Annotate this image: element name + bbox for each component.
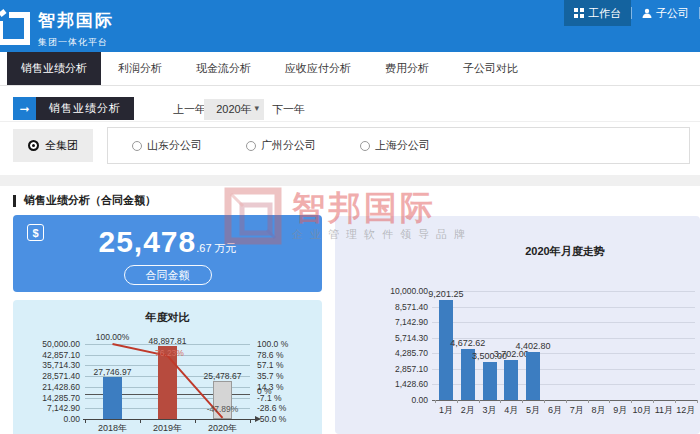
amount-main: 25,478 <box>98 225 196 258</box>
group-all-label: 全集团 <box>45 138 78 153</box>
grid-line <box>432 307 695 308</box>
y-axis-left-label: 21,428.60 <box>13 382 80 392</box>
section-title: 销售业绩分析（合同金额） <box>13 193 156 208</box>
caret-down-icon: ▾ <box>254 103 259 113</box>
axis-tick <box>140 419 141 423</box>
section-title-text: 销售业绩分析（合同金额） <box>24 193 156 208</box>
axis-tick <box>195 419 196 423</box>
brand-text-block: 智邦国际 集团一体化平台 <box>38 9 114 49</box>
monthly-trend-chart: 2020年月度走势0.001,428.602,857.104,285.705,7… <box>335 216 700 434</box>
filter-panel: ➞ 销售业绩分析 上一年 2020年 ▾ 下一年 全集团 山东分公司广州分公司上… <box>0 86 700 175</box>
brand-logo-icon <box>0 7 34 47</box>
y-axis-label: 1,428.60 <box>335 379 428 389</box>
annual-chart-title: 年度对比 <box>13 310 322 325</box>
branch-radio-group: 山东分公司广州分公司上海分公司 <box>107 127 690 164</box>
axis-tick <box>566 400 567 403</box>
radio-unchecked-icon <box>360 141 370 151</box>
y-axis-right-label: 100.0 % <box>257 339 288 349</box>
x-axis-category-label: 2019年 <box>143 422 193 434</box>
year-select[interactable]: 2020年 ▾ <box>204 99 264 120</box>
y-axis-right-label: 78.6 % <box>257 350 283 360</box>
branch-radio-label: 上海分公司 <box>375 138 430 153</box>
x-axis-month-label: 12月 <box>671 404 700 417</box>
radio-unchecked-icon <box>132 141 142 151</box>
annual-bar <box>103 377 122 419</box>
contract-amount-card: $ 25,478.67万元 合同金额 <box>13 215 322 292</box>
y-axis-label: 0.00 <box>335 395 428 405</box>
branch-radio-2[interactable]: 上海分公司 <box>360 138 430 153</box>
section-label: ➞ 销售业绩分析 <box>13 97 134 120</box>
nav-tab-2[interactable]: 现金流分析 <box>179 52 268 85</box>
nav-tab-0[interactable]: 销售业绩分析 <box>7 52 101 85</box>
next-year-button[interactable]: 下一年 <box>272 102 305 117</box>
axis-arrow-icon <box>255 416 261 422</box>
brand-subtitle: 集团一体化平台 <box>38 36 114 49</box>
axis-tick <box>435 400 436 403</box>
zero-percent-label: 0 % <box>257 386 272 396</box>
grid-line <box>432 322 695 323</box>
axis-tick <box>250 419 251 423</box>
axis-tick <box>588 400 589 403</box>
contract-amount-value: 25,478.67万元 <box>13 225 322 259</box>
axis-tick <box>500 400 501 403</box>
y-axis-label: 7,142.90 <box>335 317 428 327</box>
bar-value-label: 48,897.81 <box>138 336 198 346</box>
y-axis-label: 10,000.00 <box>335 286 428 296</box>
growth-point-label: 76.23% <box>140 348 200 358</box>
bar-value-label: 27,746.97 <box>83 367 143 377</box>
x-axis-category-label: 2018年 <box>88 422 138 434</box>
group-all-radio[interactable]: 全集团 <box>13 129 93 162</box>
y-axis-label: 8,571.40 <box>335 302 428 312</box>
amount-decimal: .67 <box>196 242 211 254</box>
bar-value-label: 9,201.25 <box>416 289 476 299</box>
monthly-chart-title: 2020年月度走势 <box>465 244 665 259</box>
annual-comparison-chart: 年度对比0.00-50.0 %7,142.90-28.6 %14,285.70-… <box>13 300 322 434</box>
axis-tick <box>544 400 545 403</box>
prev-year-button[interactable]: 上一年 <box>173 102 206 117</box>
monthly-bar <box>439 300 453 400</box>
y-axis-left-label: 0.00 <box>13 414 80 424</box>
workbench-button[interactable]: 工作台 <box>564 0 631 26</box>
y-axis-label: 4,285.70 <box>335 348 428 358</box>
branch-radio-0[interactable]: 山东分公司 <box>132 138 202 153</box>
branch-radio-label: 广州分公司 <box>261 138 316 153</box>
axis-tick <box>697 400 698 403</box>
monthly-bar <box>483 362 497 400</box>
section-label-text: 销售业绩分析 <box>36 97 134 120</box>
monthly-bar <box>526 352 540 400</box>
filter-divider <box>0 121 700 122</box>
subsidiary-label: 子公司 <box>656 6 689 21</box>
contract-amount-button[interactable]: 合同金额 <box>124 265 212 285</box>
nav-tab-4[interactable]: 费用分析 <box>368 52 446 85</box>
subsidiary-button[interactable]: 子公司 <box>632 0 699 26</box>
y-axis-left-label: 50,000.00 <box>13 339 80 349</box>
branch-radio-1[interactable]: 广州分公司 <box>246 138 316 153</box>
y-axis-left-label: 14,285.70 <box>13 393 80 403</box>
nav-tab-5[interactable]: 子公司对比 <box>446 52 535 85</box>
axis-tick <box>653 400 654 403</box>
brand-title: 智邦国际 <box>38 9 114 32</box>
y-axis-left-label: 28,571.40 <box>13 371 80 381</box>
nav-tab-1[interactable]: 利润分析 <box>101 52 179 85</box>
axis-tick <box>609 400 610 403</box>
y-axis-right-label: 57.1 % <box>257 360 283 370</box>
title-bar-mark <box>13 195 16 207</box>
bar-value-label: 4,672.62 <box>438 338 498 348</box>
nav-tab-3[interactable]: 应收应付分析 <box>268 52 368 85</box>
arrow-right-icon: ➞ <box>13 97 36 120</box>
radio-unchecked-icon <box>246 141 256 151</box>
workbench-label: 工作台 <box>588 6 621 21</box>
y-axis-label: 5,714.30 <box>335 333 428 343</box>
person-icon <box>642 8 652 18</box>
x-axis-line <box>83 419 255 420</box>
nav-tabs: 销售业绩分析利润分析现金流分析应收应付分析费用分析子公司对比 <box>0 52 700 86</box>
amount-unit: 万元 <box>215 242 237 254</box>
branch-radio-label: 山东分公司 <box>147 138 202 153</box>
axis-tick <box>631 400 632 403</box>
y-axis-left-label: 35,714.30 <box>13 360 80 370</box>
dashboard-screen: 智邦国际 集团一体化平台 工作台 子公司 销售业绩分析利润分析现金流分析应收应付… <box>0 0 700 434</box>
y-axis-left-label: 42,857.10 <box>13 350 80 360</box>
header-actions: 工作台 子公司 <box>564 0 700 26</box>
axis-tick <box>85 419 86 423</box>
growth-point-label: -47.89% <box>193 404 253 414</box>
